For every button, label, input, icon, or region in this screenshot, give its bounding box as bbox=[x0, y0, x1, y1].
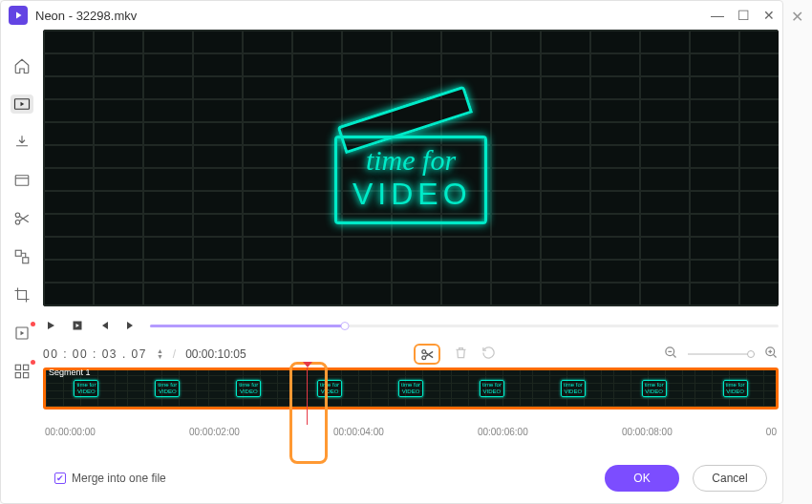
timeline[interactable]: Segment 1 time forVIDEO time forVIDEO ti… bbox=[43, 368, 779, 437]
progress-thumb[interactable] bbox=[340, 322, 349, 330]
svg-point-3 bbox=[15, 220, 20, 225]
sidebar-compress[interactable] bbox=[11, 171, 33, 190]
timeline-thumb[interactable]: time forVIDEO bbox=[289, 370, 371, 407]
zoom-in-button[interactable] bbox=[764, 346, 779, 363]
ruler-tick: 00:00:06:00 bbox=[478, 427, 528, 437]
split-button[interactable] bbox=[414, 344, 440, 365]
sidebar-merge[interactable] bbox=[11, 247, 33, 266]
svg-rect-9 bbox=[15, 373, 20, 378]
timeline-thumb[interactable]: time forVIDEO bbox=[127, 370, 208, 407]
svg-rect-1 bbox=[15, 176, 29, 186]
next-frame-button[interactable] bbox=[123, 318, 139, 333]
timeline-thumb[interactable]: time forVIDEO bbox=[208, 370, 289, 407]
prev-frame-button[interactable] bbox=[96, 318, 112, 333]
ok-button[interactable]: OK bbox=[605, 465, 679, 492]
ruler-tick: 00 bbox=[766, 427, 777, 437]
close-button[interactable]: ✕ bbox=[763, 8, 775, 23]
time-ruler: 00:00:00:00 00:00:02:00 00:00:04:00 00:0… bbox=[43, 427, 779, 437]
sidebar-apps[interactable] bbox=[11, 362, 33, 381]
minimize-button[interactable]: — bbox=[711, 8, 724, 23]
checkbox-checked-icon: ✔ bbox=[54, 472, 66, 484]
segment-strip[interactable]: time forVIDEO time forVIDEO time forVIDE… bbox=[43, 368, 779, 410]
ruler-tick: 00:00:08:00 bbox=[622, 427, 673, 437]
reset-button[interactable] bbox=[481, 346, 496, 363]
zoom-slider[interactable] bbox=[688, 353, 755, 355]
window-title: Neon - 32298.mkv bbox=[35, 9, 137, 23]
merge-checkbox[interactable]: ✔ Merge into one file bbox=[54, 472, 166, 485]
timeline-thumb[interactable]: time forVIDEO bbox=[532, 370, 613, 407]
cancel-button[interactable]: Cancel bbox=[693, 465, 767, 492]
preview-content: time for VIDEO bbox=[334, 113, 487, 224]
ruler-tick: 00:00:04:00 bbox=[333, 427, 384, 437]
svg-point-2 bbox=[15, 213, 20, 218]
sidebar-effects[interactable] bbox=[11, 324, 33, 343]
timeline-thumb[interactable]: time forVIDEO bbox=[694, 370, 776, 407]
sidebar-home[interactable] bbox=[11, 56, 33, 75]
time-stepper[interactable]: ▲▼ bbox=[157, 348, 163, 360]
svg-point-13 bbox=[422, 355, 426, 359]
svg-rect-8 bbox=[24, 365, 29, 369]
neon-line2: VIDEO bbox=[353, 177, 469, 212]
stepper-down-icon[interactable]: ▼ bbox=[157, 354, 163, 360]
svg-rect-5 bbox=[23, 258, 29, 263]
maximize-button[interactable]: ☐ bbox=[737, 8, 750, 23]
outer-close-button[interactable]: ✕ bbox=[791, 8, 803, 26]
sidebar-cut[interactable] bbox=[11, 209, 33, 228]
time-divider: / bbox=[173, 347, 176, 361]
sidebar-crop[interactable] bbox=[11, 285, 33, 304]
segment-label: Segment 1 bbox=[49, 368, 91, 377]
time-total: 00:00:10:05 bbox=[185, 347, 246, 361]
zoom-out-button[interactable] bbox=[664, 346, 678, 363]
delete-segment-button[interactable] bbox=[454, 346, 468, 363]
titlebar: Neon - 32298.mkv — ☐ ✕ bbox=[1, 1, 782, 30]
app-window: Neon - 32298.mkv — ☐ ✕ time bbox=[0, 0, 783, 504]
ruler-tick: 00:00:02:00 bbox=[189, 427, 240, 437]
timeline-thumb[interactable]: time forVIDEO bbox=[613, 370, 694, 407]
video-preview[interactable]: time for VIDEO bbox=[43, 30, 779, 306]
sidebar-convert[interactable] bbox=[11, 94, 33, 114]
play-button[interactable] bbox=[43, 318, 58, 333]
ruler-tick: 00:00:00:00 bbox=[45, 427, 96, 437]
sidebar bbox=[1, 30, 43, 503]
app-logo bbox=[9, 6, 28, 25]
neon-line1: time for bbox=[353, 144, 469, 177]
svg-rect-7 bbox=[15, 365, 20, 369]
time-current-input[interactable]: 00 : 00 : 03 . 07 bbox=[43, 347, 147, 361]
merge-label: Merge into one file bbox=[72, 472, 166, 485]
timeline-thumb[interactable]: time forVIDEO bbox=[371, 370, 452, 407]
svg-rect-4 bbox=[15, 250, 21, 256]
progress-fill bbox=[150, 325, 345, 327]
zoom-thumb[interactable] bbox=[747, 350, 755, 358]
timeline-thumb[interactable]: time forVIDEO bbox=[451, 370, 532, 407]
progress-bar[interactable] bbox=[150, 325, 779, 327]
svg-point-12 bbox=[422, 349, 426, 353]
stop-button[interactable] bbox=[70, 318, 85, 333]
svg-rect-10 bbox=[24, 373, 29, 378]
sidebar-download[interactable] bbox=[11, 133, 33, 152]
